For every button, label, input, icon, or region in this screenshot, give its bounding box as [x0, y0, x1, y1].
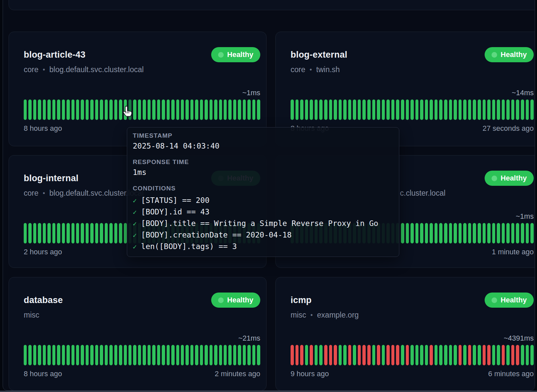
uptime-bar-up[interactable] [406, 223, 409, 243]
uptime-bar-up[interactable] [497, 99, 500, 120]
uptime-bar-down[interactable] [377, 345, 380, 365]
uptime-bar-down[interactable] [483, 345, 486, 365]
uptime-bar-up[interactable] [506, 223, 510, 243]
uptime-bar-down[interactable] [396, 345, 399, 365]
uptime-bar-up[interactable] [358, 99, 361, 120]
uptime-bar-up[interactable] [492, 223, 495, 243]
uptime-bar-up[interactable] [57, 345, 60, 365]
uptime-bar-up[interactable] [310, 99, 313, 120]
uptime-bar-up[interactable] [128, 99, 131, 120]
uptime-bar-up[interactable] [252, 99, 255, 120]
uptime-bar-up[interactable] [382, 99, 385, 120]
uptime-bar-up[interactable] [119, 99, 122, 120]
uptime-bar-up[interactable] [219, 99, 222, 120]
uptime-bar-up[interactable] [109, 99, 112, 120]
uptime-bar-up[interactable] [257, 345, 260, 365]
uptime-bar-up[interactable] [444, 223, 447, 243]
uptime-bar-up[interactable] [449, 99, 452, 120]
service-card-icmp[interactable]: icmpHealthymisc•example.org~4391ms9 hour… [275, 277, 535, 391]
uptime-bar-up[interactable] [90, 99, 93, 120]
uptime-bar-up[interactable] [439, 99, 442, 120]
uptime-bar-up[interactable] [228, 345, 231, 365]
uptime-bar-up[interactable] [425, 223, 428, 243]
uptime-bar-up[interactable] [143, 345, 146, 365]
uptime-bar-up[interactable] [420, 99, 423, 120]
uptime-bar-up[interactable] [24, 223, 27, 243]
uptime-bar-up[interactable] [90, 223, 93, 243]
uptime-bar-up[interactable] [81, 223, 84, 243]
uptime-bar-up[interactable] [133, 99, 136, 120]
uptime-bar-up[interactable] [185, 99, 188, 120]
uptime-bar-up[interactable] [43, 99, 46, 120]
uptime-bar-up[interactable] [502, 99, 505, 120]
uptime-bar-up[interactable] [353, 345, 356, 365]
uptime-bar-up[interactable] [247, 99, 250, 120]
uptime-bar-up[interactable] [473, 223, 476, 243]
uptime-bar-up[interactable] [511, 99, 515, 120]
uptime-bar-down[interactable] [324, 345, 327, 365]
uptime-bar-up[interactable] [181, 345, 184, 365]
uptime-bar-up[interactable] [252, 345, 255, 365]
uptime-bar-down[interactable] [516, 345, 519, 365]
uptime-bar-up[interactable] [47, 99, 50, 120]
uptime-bar-up[interactable] [128, 345, 131, 365]
uptime-bar-down[interactable] [386, 345, 390, 365]
uptime-bar-up[interactable] [401, 345, 404, 365]
uptime-bar-up[interactable] [449, 345, 452, 365]
uptime-bar-up[interactable] [86, 223, 89, 243]
uptime-bar-up[interactable] [296, 99, 299, 120]
uptime-bar-up[interactable] [200, 345, 203, 365]
uptime-bar-up[interactable] [148, 99, 151, 120]
uptime-bar-down[interactable] [362, 345, 366, 365]
uptime-bar-up[interactable] [420, 223, 423, 243]
uptime-bar-up[interactable] [190, 99, 193, 120]
uptime-bar-up[interactable] [459, 99, 462, 120]
uptime-bar-up[interactable] [410, 223, 414, 243]
uptime-bar-up[interactable] [38, 345, 41, 365]
uptime-bar-up[interactable] [200, 99, 203, 120]
uptime-bar-up[interactable] [28, 223, 31, 243]
uptime-bar-up[interactable] [492, 99, 495, 120]
uptime-bar-up[interactable] [162, 99, 165, 120]
uptime-bar-up[interactable] [33, 345, 36, 365]
uptime-bar-up[interactable] [362, 99, 366, 120]
uptime-bar-up[interactable] [291, 99, 294, 120]
uptime-bar-up[interactable] [444, 345, 447, 365]
uptime-bar-up[interactable] [71, 345, 74, 365]
uptime-bar-up[interactable] [478, 223, 481, 243]
uptime-bar-up[interactable] [449, 223, 452, 243]
uptime-bar-up[interactable] [463, 223, 466, 243]
uptime-bar-up[interactable] [52, 223, 55, 243]
uptime-bar-down[interactable] [296, 345, 299, 365]
uptime-bar-up[interactable] [372, 99, 376, 120]
uptime-bar-up[interactable] [95, 223, 98, 243]
uptime-bar-up[interactable] [71, 99, 74, 120]
uptime-bar-up[interactable] [468, 99, 471, 120]
uptime-bar-up[interactable] [162, 345, 165, 365]
uptime-bar-up[interactable] [530, 223, 534, 243]
uptime-bar-up[interactable] [339, 345, 342, 365]
uptime-bar-up[interactable] [435, 345, 438, 365]
uptime-bar-up[interactable] [415, 345, 419, 365]
uptime-bar-up[interactable] [138, 345, 141, 365]
uptime-bar-up[interactable] [478, 345, 481, 365]
uptime-bar-up[interactable] [62, 99, 65, 120]
uptime-bar-up[interactable] [459, 223, 462, 243]
uptime-bar-up[interactable] [425, 99, 428, 120]
uptime-bar-up[interactable] [24, 345, 27, 365]
uptime-bar-up[interactable] [28, 345, 31, 365]
uptime-bar-down[interactable] [511, 345, 515, 365]
uptime-bar-up[interactable] [391, 99, 395, 120]
uptime-bar-up[interactable] [530, 99, 534, 120]
uptime-bar-up[interactable] [114, 223, 117, 243]
uptime-bar-up[interactable] [52, 99, 55, 120]
uptime-bar-up[interactable] [386, 99, 390, 120]
uptime-bar-up[interactable] [454, 223, 457, 243]
uptime-bar-up[interactable] [410, 99, 414, 120]
uptime-bar-up[interactable] [100, 223, 103, 243]
uptime-bar-up[interactable] [473, 99, 476, 120]
uptime-bar-up[interactable] [343, 99, 347, 120]
uptime-bar-up[interactable] [238, 99, 241, 120]
uptime-bar-up[interactable] [463, 99, 466, 120]
uptime-bar-up[interactable] [315, 99, 318, 120]
